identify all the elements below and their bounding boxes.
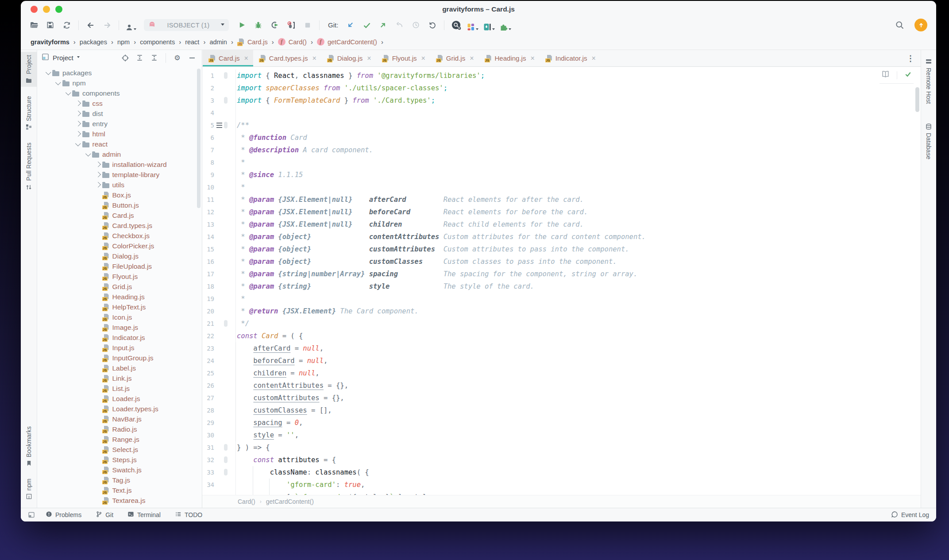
tool-window-button-bookmarks[interactable]: Bookmarks	[21, 423, 37, 469]
chevron-right-icon[interactable]	[95, 162, 100, 167]
gutter[interactable]	[214, 330, 236, 342]
tree-file-Radio.js[interactable]: JSRadio.js	[37, 424, 202, 434]
code-line-19[interactable]: 19 *	[202, 293, 921, 305]
code-line-28[interactable]: 28 customClasses = [],	[202, 404, 921, 417]
fold-marker-icon[interactable]	[224, 469, 228, 475]
fold-marker-icon[interactable]	[224, 456, 228, 463]
code-line-8[interactable]: 8 *	[202, 156, 921, 169]
gutter[interactable]	[214, 280, 236, 293]
status-item-git[interactable]: Git	[96, 511, 113, 519]
gutter[interactable]	[214, 342, 236, 355]
gutter[interactable]	[214, 119, 236, 131]
gutter[interactable]	[214, 429, 236, 441]
code-line-16[interactable]: 16 * @param {object} customClasses Custo…	[202, 255, 921, 268]
gutter[interactable]	[214, 441, 236, 454]
tree-folder-react[interactable]: react	[37, 139, 202, 149]
gutter[interactable]	[214, 255, 236, 268]
code-line-34[interactable]: 34 'gform-card': true,	[202, 479, 921, 491]
git-update-icon[interactable]	[343, 19, 357, 31]
breadcrumb-item[interactable]: admin	[209, 39, 227, 46]
code-line-2[interactable]: 2import spacerClasses from './utils/spac…	[202, 82, 921, 94]
hide-panel-icon[interactable]	[186, 55, 197, 61]
gutter[interactable]	[214, 193, 236, 206]
tree-folder-npm[interactable]: npm	[37, 78, 202, 88]
tree-file-Steps.js[interactable]: JSSteps.js	[37, 455, 202, 465]
chevron-down-icon[interactable]	[55, 80, 61, 85]
editor-breadcrumb-item[interactable]: Card()	[238, 498, 255, 505]
code-line-6[interactable]: 6 * @function Card	[202, 131, 921, 144]
fold-marker-icon[interactable]	[224, 320, 228, 327]
code-line-15[interactable]: 15 * @param {object} customAttributes Cu…	[202, 243, 921, 255]
tool-window-button-pull-requests[interactable]: Pull Requests	[21, 139, 37, 193]
gutter[interactable]	[214, 293, 236, 305]
tree-file-Input.js[interactable]: JSInput.js	[37, 343, 202, 353]
tree-scrollbar[interactable]	[197, 69, 201, 208]
tree-file-Text.js[interactable]: JSText.js	[37, 485, 202, 495]
chevron-down-icon[interactable]	[46, 70, 51, 75]
code-line-29[interactable]: 29 spacing = 0,	[202, 417, 921, 429]
chevron-right-icon[interactable]	[75, 111, 81, 116]
gutter[interactable]	[214, 82, 236, 94]
color-widget-icon[interactable]	[466, 19, 479, 31]
tree-file-Flyout.js[interactable]: JSFlyout.js	[37, 271, 202, 282]
chevron-right-icon[interactable]	[75, 100, 81, 106]
tab-Grid.js[interactable]: JSGrid.js×	[430, 50, 479, 66]
code-line-24[interactable]: 24 beforeCard = null,	[202, 355, 921, 367]
gutter[interactable]	[214, 355, 236, 367]
gutter[interactable]	[214, 169, 236, 181]
tree-file-Range.js[interactable]: JSRange.js	[37, 434, 202, 444]
tab-Card.js[interactable]: JSCard.js×	[203, 50, 253, 66]
code-line-3[interactable]: 3import { FormTemplateCard } from './Car…	[202, 94, 921, 107]
chevron-right-icon[interactable]	[95, 182, 100, 187]
expand-all-icon[interactable]	[134, 54, 145, 62]
tree-file-Loader.types.js[interactable]: JSLoader.types.js	[37, 404, 202, 414]
gutter[interactable]	[214, 144, 236, 156]
titlebar[interactable]: gravityforms – Card.js	[21, 1, 936, 16]
status-item-terminal[interactable]: Terminal	[127, 511, 161, 519]
chevron-down-icon[interactable]	[66, 90, 71, 95]
tree-folder-admin[interactable]: admin	[37, 149, 202, 159]
breadcrumb-item[interactable]: components	[140, 39, 175, 46]
stop-button[interactable]	[301, 19, 314, 31]
gutter[interactable]	[214, 181, 236, 193]
breadcrumb-item[interactable]: react	[185, 39, 199, 46]
gutter[interactable]	[214, 479, 236, 491]
code-line-31[interactable]: 31} ) => {	[202, 441, 921, 454]
code-line-5[interactable]: 5/**	[202, 119, 921, 131]
fold-marker-icon[interactable]	[224, 444, 228, 451]
breadcrumb-item[interactable]: packages	[80, 39, 107, 46]
code-line-33[interactable]: 33 className: classnames( {	[202, 466, 921, 479]
tree-folder-utils[interactable]: utils	[37, 180, 202, 190]
run-button[interactable]	[235, 19, 249, 31]
breadcrumb-item[interactable]: gravityforms	[31, 39, 69, 46]
tree-file-Select.js[interactable]: JSSelect.js	[37, 444, 202, 455]
editor-scrollbar[interactable]	[915, 87, 919, 112]
tool-window-button-database[interactable]: Database	[921, 120, 936, 162]
tree-folder-components[interactable]: components	[37, 88, 202, 98]
user-profile-icon[interactable]	[124, 19, 138, 31]
inspections-ok-icon[interactable]	[904, 70, 912, 80]
tree-folder-packages[interactable]: packages	[37, 68, 202, 78]
tree-file-Checkbox.js[interactable]: JSCheckbox.js	[37, 231, 202, 241]
code-line-14[interactable]: 14 * @param {object} contentAttributes C…	[202, 231, 921, 243]
chevron-right-icon[interactable]	[95, 172, 100, 177]
project-panel-title[interactable]: Project	[53, 54, 73, 62]
big-data-tools-icon[interactable]	[482, 19, 496, 31]
tree-file-InputGroup.js[interactable]: JSInputGroup.js	[37, 353, 202, 363]
collapse-all-icon[interactable]	[149, 54, 160, 62]
tree-folder-entry[interactable]: entry	[37, 119, 202, 129]
editor-breadcrumb-item[interactable]: getCardContent()	[266, 498, 314, 505]
code-line-32[interactable]: 32 const attributes = {	[202, 454, 921, 466]
tab-close-icon[interactable]: ×	[244, 54, 248, 62]
tree-file-Heading.js[interactable]: JSHeading.js	[37, 292, 202, 302]
breadcrumb-item[interactable]: JSCard.js	[237, 39, 268, 46]
tree-folder-css[interactable]: css	[37, 98, 202, 108]
tree-file-HelpText.js[interactable]: JSHelpText.js	[37, 302, 202, 312]
gutter[interactable]	[214, 454, 236, 466]
gutter[interactable]	[214, 317, 236, 330]
chevron-down-icon[interactable]	[75, 141, 81, 146]
tree-file-Loader.js[interactable]: JSLoader.js	[37, 394, 202, 404]
code-line-30[interactable]: 30 style = '',	[202, 429, 921, 441]
chevron-right-icon[interactable]	[75, 131, 81, 136]
code-line-13[interactable]: 13 * @param {JSX.Element|null} children …	[202, 218, 921, 231]
